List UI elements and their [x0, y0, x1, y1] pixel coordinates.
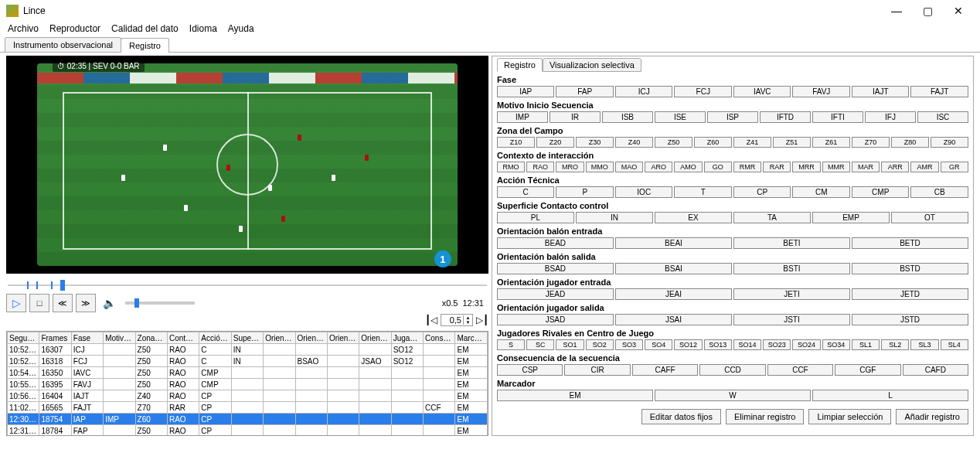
category-button[interactable]: L — [812, 390, 968, 401]
category-button[interactable]: EX — [655, 212, 732, 223]
category-button[interactable]: SO23 — [763, 339, 791, 350]
column-header[interactable]: Orien… — [295, 332, 327, 344]
category-button[interactable]: CAFD — [903, 364, 968, 376]
category-button[interactable]: MMO — [586, 162, 614, 172]
column-header[interactable]: Frames — [39, 332, 71, 344]
category-button[interactable]: CM — [792, 186, 850, 198]
category-button[interactable]: IAVC — [733, 86, 791, 97]
category-button[interactable]: ARR — [881, 162, 909, 172]
category-button[interactable]: Z20 — [536, 137, 574, 148]
category-button[interactable]: JSAI — [615, 314, 732, 325]
menu-reproductor[interactable]: Reproductor — [49, 23, 100, 34]
category-button[interactable]: RMR — [733, 162, 761, 172]
category-button[interactable]: IOC — [615, 186, 673, 198]
table-row[interactable]: 10:52…16318FCJZ50RAOCINBSAOJSAOSO12EM — [8, 356, 488, 367]
category-button[interactable]: CIR — [564, 364, 630, 376]
category-button[interactable]: BSAI — [615, 263, 732, 274]
menu-ayuda[interactable]: Ayuda — [228, 23, 254, 34]
category-button[interactable]: MAO — [615, 162, 643, 172]
category-button[interactable]: MMR — [822, 162, 850, 172]
menu-archivo[interactable]: Archivo — [8, 23, 39, 34]
category-button[interactable]: JETI — [733, 288, 850, 300]
volume-icon[interactable]: 🔈 — [99, 294, 119, 312]
category-button[interactable]: MAR — [852, 162, 880, 172]
category-button[interactable]: JSTD — [852, 314, 968, 325]
category-button[interactable]: SO34 — [822, 339, 850, 350]
column-header[interactable]: Orien… — [359, 332, 391, 344]
category-button[interactable]: JSAD — [497, 314, 614, 325]
category-button[interactable]: IFTD — [760, 111, 811, 123]
category-button[interactable]: Z61 — [812, 137, 850, 148]
category-button[interactable]: GO — [704, 162, 732, 172]
category-button[interactable]: IMP — [497, 111, 548, 123]
seek-bar[interactable] — [8, 280, 487, 291]
frame-back-icon[interactable]: ┃◁ — [425, 315, 437, 325]
category-button[interactable]: BSTD — [852, 263, 968, 274]
category-button[interactable]: CCD — [699, 364, 765, 376]
category-button[interactable]: SL4 — [941, 339, 968, 350]
category-button[interactable]: ISE — [655, 111, 706, 123]
outer-tab[interactable]: Registro — [121, 38, 169, 53]
category-button[interactable]: JEAD — [497, 288, 614, 300]
category-button[interactable]: FAJT — [910, 86, 968, 97]
category-button[interactable]: CSP — [497, 364, 563, 376]
column-header[interactable]: Motiv… — [104, 332, 135, 344]
right-tab[interactable]: Registro — [497, 58, 543, 72]
category-button[interactable]: BEAI — [615, 237, 732, 249]
category-button[interactable]: CCF — [767, 364, 833, 376]
action-button[interactable]: Limpiar selección — [808, 409, 891, 424]
category-button[interactable]: S — [497, 339, 525, 350]
category-button[interactable]: T — [674, 186, 732, 198]
category-button[interactable]: BEAD — [497, 237, 614, 249]
category-button[interactable]: Z70 — [852, 137, 890, 148]
menu-calidad del dato[interactable]: Calidad del dato — [111, 23, 179, 34]
frame-fwd-icon[interactable]: ▷┃ — [476, 315, 488, 325]
speed-input[interactable] — [441, 315, 463, 325]
column-header[interactable]: Cons… — [424, 332, 455, 344]
category-button[interactable]: IR — [550, 111, 601, 123]
video-viewport[interactable]: ⏱ 02:35 | SEV 0-0 BAR 1 — [6, 56, 488, 274]
spin-down-icon[interactable]: ▼ — [463, 320, 472, 325]
category-button[interactable]: Z60 — [694, 137, 732, 148]
category-button[interactable]: MRO — [556, 162, 584, 172]
category-button[interactable]: AMO — [674, 162, 702, 172]
column-header[interactable]: Segu… — [8, 332, 39, 344]
table-row[interactable]: 12:31…18784FAPZ50RAOCPEM — [8, 425, 488, 437]
column-header[interactable]: Orien… — [327, 332, 359, 344]
category-button[interactable]: SO2 — [586, 339, 614, 350]
category-button[interactable]: EMP — [812, 212, 890, 223]
category-button[interactable]: IFTI — [812, 111, 863, 123]
category-button[interactable]: Z40 — [615, 137, 653, 148]
table-row[interactable]: 10:55…16395FAVJZ50RAOCMPEM — [8, 379, 488, 390]
minimize-button[interactable]: — — [881, 0, 912, 22]
column-header[interactable]: Cont… — [167, 332, 199, 344]
category-button[interactable]: P — [556, 186, 614, 198]
right-tab[interactable]: Visualizacion selectiva — [543, 58, 641, 72]
category-button[interactable]: GR — [941, 162, 968, 172]
category-button[interactable]: SL3 — [910, 339, 938, 350]
stop-button[interactable]: □ — [29, 294, 49, 312]
category-button[interactable]: FCJ — [674, 86, 732, 97]
outer-tab[interactable]: Instrumento observacional — [5, 37, 121, 52]
category-button[interactable]: SO4 — [645, 339, 672, 350]
category-button[interactable]: ISB — [602, 111, 653, 123]
category-button[interactable]: BETI — [733, 237, 850, 249]
category-button[interactable]: W — [655, 390, 811, 401]
category-button[interactable]: Z90 — [931, 137, 968, 148]
volume-slider[interactable] — [125, 301, 195, 305]
table-row[interactable]: 10:56…16404IAJTZ40RAOCPEM — [8, 390, 488, 402]
category-button[interactable]: ISC — [917, 111, 968, 123]
category-button[interactable]: ICJ — [615, 86, 673, 97]
category-button[interactable]: JEAI — [615, 288, 732, 300]
category-button[interactable]: Z80 — [891, 137, 929, 148]
category-button[interactable]: BETD — [852, 237, 968, 249]
category-button[interactable]: RMO — [497, 162, 525, 172]
column-header[interactable]: Orien… — [264, 332, 295, 344]
category-button[interactable]: CGF — [835, 364, 900, 376]
action-button[interactable]: Editar datos fijos — [641, 409, 721, 424]
play-button[interactable]: ▷ — [6, 294, 26, 312]
category-button[interactable]: OT — [891, 212, 968, 223]
column-header[interactable]: Fase — [71, 332, 103, 344]
category-button[interactable]: IN — [576, 212, 653, 223]
category-button[interactable]: RAO — [526, 162, 554, 172]
